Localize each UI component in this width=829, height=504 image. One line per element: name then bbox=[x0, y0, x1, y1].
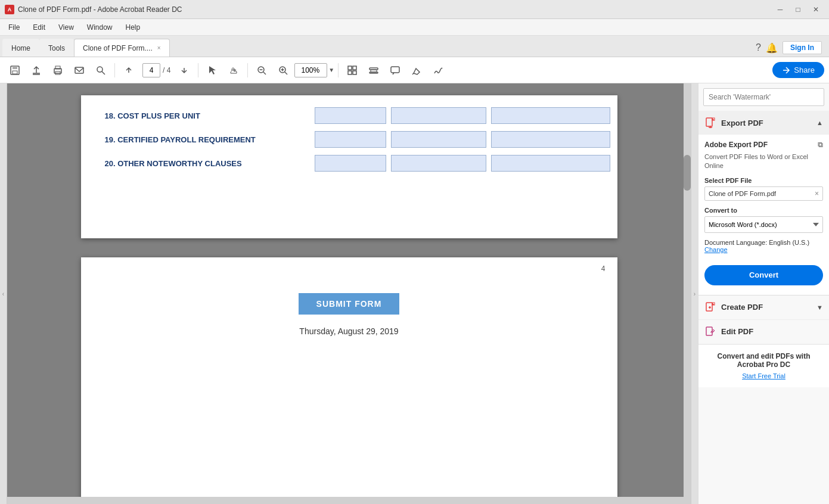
menu-file[interactable]: File bbox=[2, 21, 26, 34]
main-layout: ‹ 18. COST PLUS PER UNIT 19. CERTIFIED P… bbox=[0, 83, 829, 504]
tab-home[interactable]: Home bbox=[2, 39, 39, 57]
zoom-input[interactable] bbox=[294, 63, 327, 77]
toolbar: / 4 ▼ Share bbox=[0, 57, 829, 83]
edit-pdf-left: Edit PDF bbox=[704, 326, 753, 338]
tab-close-icon[interactable]: × bbox=[157, 45, 161, 51]
zoom-in-button[interactable] bbox=[273, 60, 293, 80]
page-total: / 4 bbox=[163, 66, 170, 74]
field-18-1[interactable] bbox=[315, 107, 386, 124]
svg-rect-18 bbox=[348, 71, 352, 74]
export-pdf-header[interactable]: Export PDF ▲ bbox=[698, 111, 829, 135]
right-panel-handle[interactable]: › bbox=[691, 83, 698, 504]
title-bar-title: Clone of PDF Form.pdf - Adobe Acrobat Re… bbox=[18, 5, 182, 14]
menu-help[interactable]: Help bbox=[120, 21, 147, 34]
export-pdf-body: Adobe Export PDF ⧉ Convert PDF Files to … bbox=[698, 135, 829, 295]
form-section-18: 18. COST PLUS PER UNIT bbox=[105, 107, 594, 124]
svg-rect-16 bbox=[348, 66, 352, 70]
export-pdf-section: Export PDF ▲ Adobe Export PDF ⧉ Convert … bbox=[698, 111, 829, 295]
field-18-2[interactable] bbox=[391, 107, 486, 124]
free-trial-link[interactable]: Start Free Trial bbox=[742, 372, 785, 379]
create-pdf-label: Create PDF bbox=[721, 303, 763, 312]
search-watermark-input[interactable] bbox=[703, 88, 824, 106]
svg-rect-19 bbox=[353, 71, 356, 74]
tools-panel-button[interactable] bbox=[342, 60, 362, 80]
maximize-button[interactable]: □ bbox=[790, 4, 806, 15]
vertical-scrollbar[interactable] bbox=[684, 83, 691, 504]
field-19-3[interactable] bbox=[491, 131, 610, 148]
sign-button[interactable] bbox=[428, 60, 448, 80]
edit-pdf-label: Edit PDF bbox=[721, 327, 753, 336]
submit-form-button[interactable]: SUBMIT FORM bbox=[299, 293, 400, 315]
page-number: 4 bbox=[601, 265, 606, 273]
highlight-button[interactable] bbox=[406, 60, 427, 80]
edit-pdf-section[interactable]: Edit PDF bbox=[698, 320, 829, 344]
field-20-3[interactable] bbox=[491, 155, 610, 172]
tab-tools-label: Tools bbox=[48, 44, 65, 52]
zoom-out-button[interactable] bbox=[252, 60, 272, 80]
svg-rect-23 bbox=[391, 67, 399, 73]
select-pdf-label: Select PDF File bbox=[704, 177, 823, 184]
menu-view[interactable]: View bbox=[52, 21, 80, 34]
share-label: Share bbox=[794, 66, 815, 74]
comment-button[interactable] bbox=[385, 60, 405, 80]
field-18-3[interactable] bbox=[491, 107, 610, 124]
create-pdf-left: Create PDF bbox=[704, 301, 763, 313]
svg-rect-6 bbox=[75, 67, 83, 73]
adobe-export-title: Adobe Export PDF ⧉ bbox=[704, 141, 823, 149]
right-panel-scroll: Export PDF ▲ Adobe Export PDF ⧉ Convert … bbox=[698, 83, 829, 504]
search-watermark-area bbox=[703, 88, 824, 106]
share-button[interactable]: Share bbox=[772, 62, 824, 78]
page-navigation: / 4 bbox=[142, 63, 170, 77]
notification-icon[interactable]: 🔔 bbox=[766, 42, 778, 54]
prev-page-button[interactable] bbox=[119, 60, 139, 80]
form-section-20-fields bbox=[315, 155, 610, 172]
next-page-button[interactable] bbox=[174, 60, 194, 80]
horizontal-scrollbar[interactable] bbox=[7, 497, 684, 504]
separator-4 bbox=[338, 63, 339, 77]
stamp-button[interactable] bbox=[364, 60, 384, 80]
scroll-thumb[interactable] bbox=[684, 155, 691, 191]
print-button[interactable] bbox=[48, 60, 68, 80]
form-section-19-fields bbox=[315, 131, 610, 148]
page-input[interactable] bbox=[142, 63, 160, 77]
minimize-button[interactable]: ─ bbox=[772, 4, 788, 15]
form-section-18-fields bbox=[315, 107, 610, 124]
hand-tool-button[interactable] bbox=[223, 60, 244, 80]
pdf-file-close-icon[interactable]: × bbox=[815, 189, 819, 198]
pdf-page-2: 4 SUBMIT FORM Thursday, August 29, 2019 bbox=[81, 257, 617, 504]
sign-in-button[interactable]: Sign In bbox=[783, 41, 822, 54]
pdf-file-row: Clone of PDF Form.pdf × bbox=[704, 186, 823, 201]
close-button[interactable]: ✕ bbox=[808, 4, 824, 15]
submit-btn-area: SUBMIT FORM bbox=[105, 293, 594, 315]
save-button[interactable] bbox=[5, 60, 25, 80]
separator-3 bbox=[247, 63, 248, 77]
field-19-2[interactable] bbox=[391, 131, 486, 148]
help-icon[interactable]: ? bbox=[756, 42, 761, 53]
change-language-link[interactable]: Change bbox=[704, 246, 728, 253]
svg-rect-26 bbox=[706, 303, 712, 311]
mail-button[interactable] bbox=[69, 60, 89, 80]
convert-button[interactable]: Convert bbox=[704, 265, 823, 285]
field-20-1[interactable] bbox=[315, 155, 386, 172]
convert-to-select[interactable]: Microsoft Word (*.docx) bbox=[704, 216, 823, 233]
upload-button[interactable] bbox=[26, 60, 46, 80]
title-bar: A Clone of PDF Form.pdf - Adobe Acrobat … bbox=[0, 0, 829, 19]
edit-pdf-icon bbox=[704, 326, 716, 338]
field-20-2[interactable] bbox=[391, 155, 486, 172]
search-button[interactable] bbox=[91, 60, 111, 80]
menu-edit[interactable]: Edit bbox=[27, 21, 51, 34]
tab-home-label: Home bbox=[11, 44, 30, 52]
left-panel-handle[interactable]: ‹ bbox=[0, 83, 7, 504]
zoom-dropdown-icon[interactable]: ▼ bbox=[328, 67, 334, 73]
select-tool-button[interactable] bbox=[202, 60, 222, 80]
promo-title: Convert and edit PDFs with Acrobat Pro D… bbox=[704, 352, 823, 369]
tab-tools[interactable]: Tools bbox=[39, 39, 74, 57]
field-19-1[interactable] bbox=[315, 131, 386, 148]
menu-window[interactable]: Window bbox=[81, 21, 119, 34]
pdf-scroll-area[interactable]: 18. COST PLUS PER UNIT 19. CERTIFIED PAY… bbox=[7, 83, 691, 504]
tab-active[interactable]: Clone of PDF Form.... × bbox=[74, 39, 170, 57]
title-bar-controls: ─ □ ✕ bbox=[772, 4, 824, 15]
tab-bar-right: ? 🔔 Sign In bbox=[756, 41, 827, 57]
copy-icon[interactable]: ⧉ bbox=[818, 141, 823, 149]
create-pdf-section[interactable]: Create PDF ▼ bbox=[698, 295, 829, 320]
